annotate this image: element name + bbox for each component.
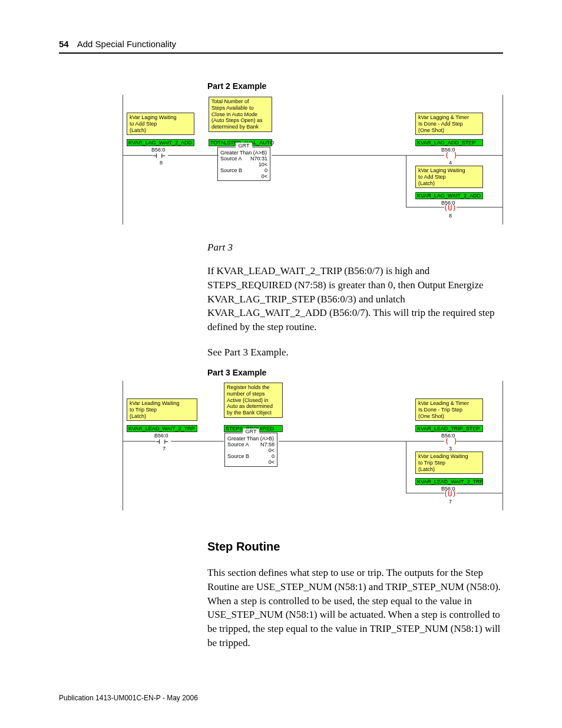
part3-ladder: kVar Leading Waiting to Trip Step (Latch… xyxy=(123,381,503,510)
step-routine-para: This section defines what step to use or… xyxy=(207,566,503,650)
publication-footer: Publication 1413-UM001C-EN-P - May 2006 xyxy=(59,694,198,702)
page-header: 54 Add Special Functionality xyxy=(59,39,503,54)
part2-caption: Part 2 Example xyxy=(207,81,503,91)
page-number: 54 xyxy=(59,39,69,49)
part2-ladder: kVar Laging Waiting to Add Step (Latch) … xyxy=(123,95,503,225)
part3-title: Part 3 xyxy=(207,242,503,253)
chapter-title: Add Special Functionality xyxy=(77,39,176,49)
part3-see: See Part 3 Example. xyxy=(207,345,503,360)
step-routine-heading: Step Routine xyxy=(207,540,503,554)
part3-caption: Part 3 Example xyxy=(207,368,503,377)
part3-paragraph: If KVAR_LEAD_WAIT_2_TRIP (B56:0/7) is hi… xyxy=(207,264,503,334)
